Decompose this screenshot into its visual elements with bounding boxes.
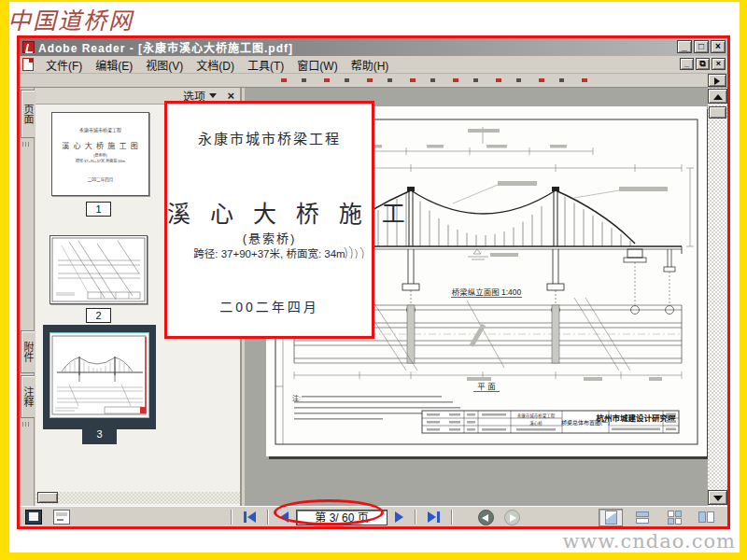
page-navigation: 第 3/ 60 页 [227, 508, 520, 526]
tab-grip [22, 422, 31, 427]
plan-caption: 平 面 [477, 382, 496, 391]
next-page-button[interactable] [392, 510, 406, 525]
toolbar-overflow-button[interactable] [708, 74, 726, 87]
chevron-down-icon [209, 93, 217, 98]
page-number-badge-3: 3 [82, 426, 117, 444]
page-size-icon[interactable] [53, 510, 70, 525]
pdf-document-icon[interactable] [22, 58, 34, 71]
scroll-up-button[interactable] [708, 89, 727, 104]
close-button[interactable]: × [711, 40, 726, 53]
titleblock-project: 永康市城市桥梁工程 [517, 413, 556, 419]
separator [451, 510, 453, 525]
tab-attachments[interactable]: 附件 [21, 330, 35, 373]
minimize-button[interactable]: _ [677, 40, 692, 53]
previous-view-button[interactable] [478, 510, 494, 525]
navigation-tab-rail: 页面 附件 注释 [20, 88, 35, 506]
bridge-elevation-mini-drawing [50, 333, 148, 417]
toolbar-strip [20, 74, 727, 88]
page-thumbnail-2[interactable] [49, 235, 148, 304]
page-number-badge-2: 2 [86, 308, 111, 323]
site-logo-watermark: 中国道桥网 [7, 2, 134, 35]
site-plan-mini-drawing [50, 236, 147, 303]
page-thumbnail-3-selection[interactable] [43, 325, 156, 429]
vertical-scrollbar[interactable] [708, 88, 727, 506]
callout-bridge-title: 溪 心 大 桥 施 工 [167, 195, 372, 229]
title-page-callout-annotation: 永康市城市桥梁工程 溪 心 大 桥 施 工 (悬索桥) 跨径: 37+90+37… [164, 101, 374, 339]
maximize-button[interactable]: □ [694, 40, 709, 53]
titleblock-subproject: 溪心桥 [529, 420, 543, 427]
continuous-facing-icon [668, 511, 682, 525]
down-arrow-icon [713, 496, 723, 501]
menu-document[interactable]: 文档(D) [190, 55, 241, 75]
next-view-button[interactable] [504, 510, 520, 525]
page-thumbnail-3[interactable] [49, 332, 149, 418]
continuous-facing-layout-button[interactable] [662, 509, 686, 526]
page-layout-buttons [599, 508, 718, 526]
titlebar[interactable]: Adobe Reader - [永康市溪心大桥施工图.pdf] _ □ × [20, 38, 727, 56]
continuous-layout-button[interactable] [630, 509, 655, 526]
notes-label: 注: [292, 394, 301, 402]
first-page-icon [247, 511, 256, 523]
next-page-icon [395, 511, 403, 523]
menu-window[interactable]: 窗口(W) [290, 55, 344, 75]
page-number-badge-1: 1 [86, 202, 111, 217]
continuous-icon [636, 511, 649, 524]
separator [415, 510, 416, 525]
menu-view[interactable]: 视图(V) [139, 55, 190, 75]
previous-page-icon [280, 511, 289, 523]
separator [267, 510, 269, 525]
page-indicator-field[interactable]: 第 3/ 60 页 [296, 510, 388, 525]
menu-edit[interactable]: 编辑(E) [89, 55, 139, 75]
first-page-button[interactable] [241, 510, 259, 525]
callout-date: 二00二年四月 [167, 297, 372, 315]
scroll-down-button[interactable] [708, 490, 727, 505]
titleblock-institute: 杭州市城建设计研究院 [596, 413, 676, 423]
last-page-icon [428, 511, 436, 523]
tab-pages[interactable]: 页面 [21, 90, 35, 138]
single-page-icon [605, 511, 617, 525]
statusbar: 第 3/ 60 页 [20, 506, 727, 526]
fullscreen-view-icon[interactable] [25, 510, 42, 525]
adobe-reader-icon [22, 41, 35, 53]
up-arrow-icon [713, 94, 723, 100]
last-page-button[interactable] [425, 510, 443, 525]
doc-close-button[interactable]: × [712, 58, 726, 70]
facing-layout-button[interactable] [694, 509, 718, 526]
site-url-watermark: www.cndao.com [562, 530, 736, 553]
menu-help[interactable]: 帮助(H) [345, 55, 396, 75]
facing-icon [698, 511, 714, 523]
screenshot-canvas: 中国道桥网 www.cndao.com Adobe Reader - [永康市溪… [0, 0, 747, 560]
tab-grip [22, 142, 31, 147]
menu-tools[interactable]: 工具(T) [241, 55, 290, 75]
elevation-caption: 桥梁纵立面图 1:400 [452, 287, 522, 297]
right-arrow-icon [714, 77, 720, 85]
page-thumbnail-1[interactable]: 永康市城市桥梁工程 溪 心 大 桥 施 工 图 (悬索桥) 跨径:37+90+3… [51, 112, 149, 196]
doc-minimize-button[interactable]: _ [680, 58, 694, 70]
toolbar-dash-marks [281, 78, 589, 82]
separator [231, 510, 233, 525]
menubar: 文件(F) 编辑(E) 视图(V) 文档(D) 工具(T) 窗口(W) 帮助(H… [20, 56, 727, 74]
previous-page-button[interactable] [277, 510, 291, 525]
panel-horizontal-scrollbar[interactable] [35, 492, 240, 504]
single-page-layout-button[interactable] [599, 509, 623, 526]
doc-restore-button[interactable]: ⧉ [696, 58, 710, 70]
menu-file[interactable]: 文件(F) [39, 55, 89, 75]
scrollbar-thumb[interactable] [37, 492, 58, 503]
handwritten-signature [342, 244, 366, 260]
callout-project-name: 永康市城市桥梁工程 [167, 128, 372, 147]
tab-comments[interactable]: 注释 [21, 375, 35, 418]
scrollbar-thumb[interactable] [709, 106, 726, 119]
window-title: Adobe Reader - [永康市溪心大桥施工图.pdf] [38, 39, 293, 55]
